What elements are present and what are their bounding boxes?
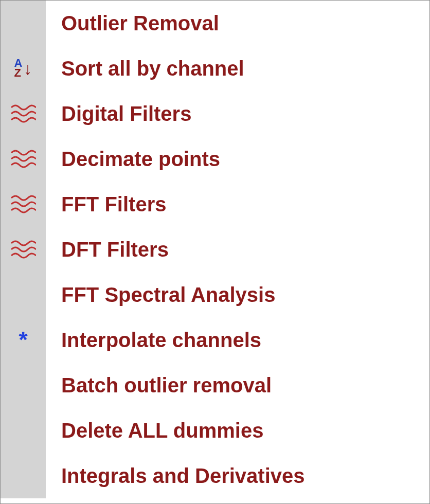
icon-cell [1, 91, 46, 136]
asterisk-icon: * [19, 329, 27, 351]
menu-item-fft-spectral-analysis[interactable]: FFT Spectral Analysis [1, 272, 429, 317]
menu-label: FFT Filters [46, 193, 429, 216]
menu-label: FFT Spectral Analysis [46, 283, 429, 307]
menu-label: Decimate points [46, 148, 429, 171]
menu-item-interpolate-channels[interactable]: * Interpolate channels [1, 317, 429, 363]
icon-cell [1, 408, 46, 453]
icon-cell [1, 136, 46, 182]
menu-list: Outlier Removal A Z ↓ Sort all by channe… [1, 1, 429, 503]
icon-cell [1, 182, 46, 227]
sort-az-icon: A Z ↓ [14, 59, 32, 78]
icon-cell [1, 227, 46, 272]
icon-cell [1, 1, 46, 46]
menu-label: Digital Filters [46, 102, 429, 125]
menu-item-dft-filters[interactable]: DFT Filters [1, 227, 429, 272]
menu-item-delete-all-dummies[interactable]: Delete ALL dummies [1, 408, 429, 453]
wave-icon [10, 238, 36, 261]
menu-item-outlier-removal[interactable]: Outlier Removal [1, 1, 429, 46]
menu-item-digital-filters[interactable]: Digital Filters [1, 91, 429, 136]
wave-icon [10, 102, 36, 125]
menu-label: Batch outlier removal [46, 374, 429, 397]
menu-item-integrals-and-derivatives[interactable]: Integrals and Derivatives [1, 453, 429, 498]
menu-item-sort-all-by-channel[interactable]: A Z ↓ Sort all by channel [1, 46, 429, 91]
menu-label: Interpolate channels [46, 329, 429, 352]
icon-cell [1, 453, 46, 498]
menu-label: Integrals and Derivatives [46, 464, 429, 488]
icon-cell [1, 272, 46, 317]
menu-item-batch-outlier-removal[interactable]: Batch outlier removal [1, 363, 429, 408]
menu-item-decimate-points[interactable]: Decimate points [1, 136, 429, 182]
wave-icon [10, 193, 36, 215]
context-menu: Outlier Removal A Z ↓ Sort all by channe… [0, 0, 430, 504]
menu-label: Sort all by channel [46, 57, 429, 80]
icon-cell: * [1, 317, 46, 363]
menu-label: DFT Filters [46, 238, 429, 261]
icon-cell: A Z ↓ [1, 46, 46, 91]
wave-icon [10, 148, 36, 170]
icon-cell [1, 363, 46, 408]
menu-label: Outlier Removal [46, 12, 429, 35]
menu-label: Delete ALL dummies [46, 419, 429, 442]
menu-item-fft-filters[interactable]: FFT Filters [1, 182, 429, 227]
